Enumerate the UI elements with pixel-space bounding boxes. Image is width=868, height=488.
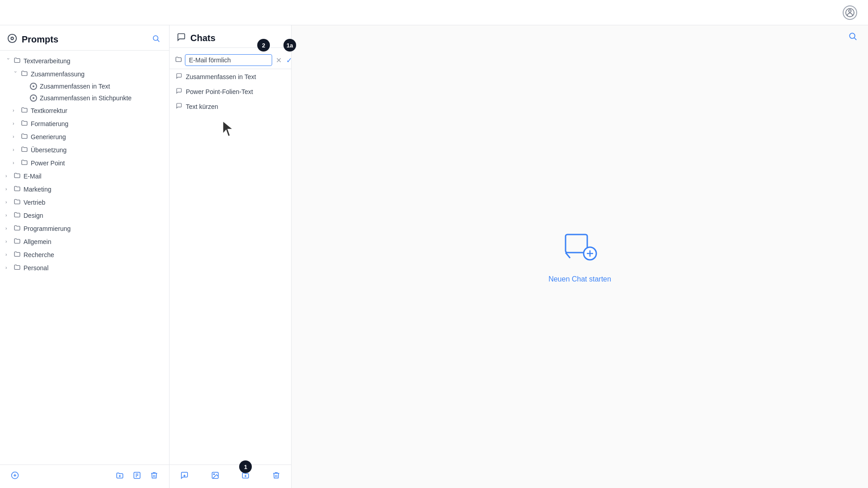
chevron-icon: › [5,226,11,231]
import-button[interactable] [129,469,145,483]
chats-panel: Chats ✕ ✓ Zusa [170,25,292,488]
chevron-icon: › [5,252,11,257]
tree-label-recherche: Recherche [24,251,54,258]
tree-item-powerpoint[interactable]: › Power Point [0,156,169,169]
prompts-title: Prompts [7,33,58,46]
chat-item-icon [176,103,182,110]
chats-toolbar: 1 [170,465,291,488]
tree-item-vertrieb[interactable]: › Vertrieb [0,196,169,209]
folder-icon [14,237,21,246]
svg-point-1 [849,9,851,12]
svg-point-4 [153,36,158,41]
folder-icon [14,56,21,65]
new-chat-svg-icon [562,230,598,266]
prompts-header: Prompts [0,25,169,51]
folder-icon [21,70,28,78]
chevron-icon: › [5,187,11,192]
new-chat-label[interactable]: Neuen Chat starten [548,275,611,283]
tree-item-zusammenfassen-text[interactable]: Zusammenfassen in Text [0,80,169,92]
tree-item-design[interactable]: › Design [0,209,169,222]
badge-1a: 1a [283,39,296,52]
new-chat-button[interactable] [177,469,192,483]
user-avatar[interactable] [843,5,857,20]
tree-item-personal[interactable]: › Personal [0,261,169,274]
delete-prompt-button[interactable] [146,469,162,483]
folder-icon [14,250,21,259]
svg-point-26 [849,33,855,38]
chevron-icon: › [13,108,18,113]
chevron-icon: › [13,160,18,165]
main-container: Prompts › Textverarbeitung [0,25,868,488]
folder-icon [14,172,21,180]
tree-item-zusammenfassung[interactable]: › Zusammenfassung [0,67,169,80]
chat-main: Neuen Chat starten [292,25,868,488]
add-prompt-button[interactable] [7,469,23,483]
tree-label-generierung: Generierung [31,133,66,141]
topbar [0,0,868,25]
prompts-toolbar [0,465,169,488]
new-folder-icon [175,56,182,65]
tree-label-zusammenfassung: Zusammenfassung [31,70,85,78]
tree-item-allgemein[interactable]: › Allgemein [0,235,169,248]
tree-item-uebersetzung[interactable]: › Übersetzung [0,143,169,156]
add-folder-button[interactable] [112,469,127,483]
svg-point-2 [8,34,16,42]
new-folder-cancel-button[interactable]: ✕ [275,55,283,66]
tree-item-marketing[interactable]: › Marketing [0,183,169,196]
chevron-icon: › [13,121,18,126]
tree-item-recherche[interactable]: › Recherche [0,248,169,261]
tree-item-generierung[interactable]: › Generierung [0,130,169,143]
new-folder-confirm-button[interactable]: ✓ [285,55,291,66]
folder-icon [14,263,21,272]
tree-label-marketing: Marketing [24,186,51,193]
svg-line-27 [854,38,857,40]
chevron-icon: › [13,71,18,77]
new-chat-icon-container [562,230,598,268]
badge-2: 2 [257,39,270,52]
tree-label-programmierung: Programmierung [24,225,71,232]
chats-content: ✕ ✓ Zusammenfassen in Text Power [170,48,291,465]
chats-header: Chats [170,25,291,48]
prompt-icon [30,94,37,102]
chat-item-text-kuerzen[interactable]: Text kürzen [170,99,291,114]
tree-item-textverarbeitung[interactable]: › Textverarbeitung [0,54,169,67]
chats-label: Chats [190,33,216,43]
svg-line-22 [566,253,570,258]
tree-item-textkorrektur[interactable]: › Textkorrektur [0,104,169,117]
chevron-icon: › [6,58,11,64]
gallery-button[interactable] [208,469,223,483]
chat-item-powerpoint[interactable]: Power Point-Folien-Text [170,84,291,99]
chat-item-icon [176,73,182,80]
tree-item-email[interactable]: › E-Mail [0,169,169,183]
chevron-icon: › [13,147,18,152]
chat-item-label: Power Point-Folien-Text [186,88,253,95]
tree-label-uebersetzung: Übersetzung [31,146,66,154]
folder-icon [21,132,28,141]
prompts-search-button[interactable] [150,33,162,47]
tree-label-vertrieb: Vertrieb [24,199,45,206]
tree-label-textverarbeitung: Textverarbeitung [24,57,71,65]
tree-label-powerpoint: Power Point [31,160,65,167]
right-search-button[interactable] [848,32,857,43]
chevron-icon: › [5,239,11,244]
folder-icon [21,106,28,115]
tree-item-programmierung[interactable]: › Programmierung [0,222,169,235]
prompts-label: Prompts [22,34,58,45]
folder-icon [14,185,21,193]
chat-item-label: Zusammenfassen in Text [186,73,256,80]
chat-item-zusammenfassen[interactable]: Zusammenfassen in Text [170,69,291,84]
delete-chat-button[interactable] [269,469,284,483]
chevron-icon: › [5,213,11,218]
tree-label-zusammenfassen-stichpunkte: Zusammenfassen in Stichpunkte [40,94,132,102]
chevron-icon: › [13,134,18,139]
folder-icon [14,224,21,233]
tree-item-formatierung[interactable]: › Formatierung [0,117,169,130]
svg-line-5 [157,40,159,42]
tree-label-email: E-Mail [24,173,42,180]
folder-icon [21,159,28,167]
chats-icon [177,33,186,44]
tree-item-zusammenfassen-stichpunkte[interactable]: Zusammenfassen in Stichpunkte [0,92,169,104]
prompts-tree: › Textverarbeitung › Zusammenfassung [0,51,169,465]
new-folder-input[interactable] [185,54,272,66]
new-folder-row: ✕ ✓ [170,52,291,69]
